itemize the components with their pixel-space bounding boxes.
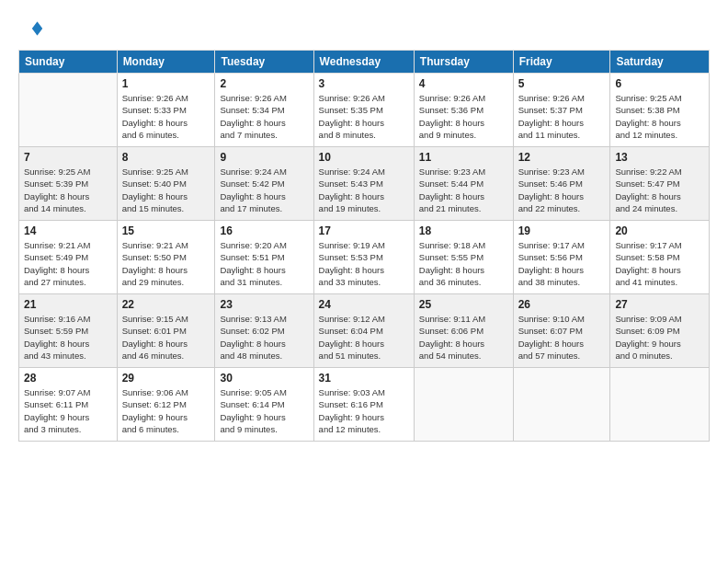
calendar-cell: 10Sunrise: 9:24 AMSunset: 5:43 PMDayligh… [313, 147, 414, 221]
header [18, 17, 710, 42]
calendar-cell: 22Sunrise: 9:15 AMSunset: 6:01 PMDayligh… [117, 294, 215, 368]
calendar-cell: 26Sunrise: 9:10 AMSunset: 6:07 PMDayligh… [513, 294, 610, 368]
calendar-cell: 4Sunrise: 9:26 AMSunset: 5:36 PMDaylight… [414, 74, 513, 147]
col-wednesday: Wednesday [313, 51, 414, 74]
day-info: Sunrise: 9:20 AMSunset: 5:51 PMDaylight:… [220, 239, 308, 288]
calendar-cell [610, 368, 710, 442]
day-info: Sunrise: 9:21 AMSunset: 5:50 PMDaylight:… [122, 239, 210, 288]
day-info: Sunrise: 9:17 AMSunset: 5:56 PMDaylight:… [518, 239, 606, 288]
calendar-cell: 8Sunrise: 9:25 AMSunset: 5:40 PMDaylight… [117, 147, 215, 221]
day-info: Sunrise: 9:07 AMSunset: 6:11 PMDaylight:… [24, 386, 112, 435]
logo [18, 17, 48, 42]
calendar-cell: 29Sunrise: 9:06 AMSunset: 6:12 PMDayligh… [117, 368, 215, 442]
day-number: 9 [220, 151, 308, 164]
calendar-week-row: 7Sunrise: 9:25 AMSunset: 5:39 PMDaylight… [19, 147, 710, 221]
day-number: 7 [24, 151, 112, 164]
day-number: 16 [220, 224, 308, 237]
calendar-week-row: 1Sunrise: 9:26 AMSunset: 5:33 PMDaylight… [19, 74, 710, 147]
calendar-cell: 7Sunrise: 9:25 AMSunset: 5:39 PMDaylight… [19, 147, 118, 221]
calendar-cell: 13Sunrise: 9:22 AMSunset: 5:47 PMDayligh… [610, 147, 710, 221]
day-info: Sunrise: 9:16 AMSunset: 5:59 PMDaylight:… [24, 313, 112, 362]
day-info: Sunrise: 9:22 AMSunset: 5:47 PMDaylight:… [615, 166, 704, 214]
calendar-cell: 1Sunrise: 9:26 AMSunset: 5:33 PMDaylight… [117, 74, 215, 147]
day-info: Sunrise: 9:24 AMSunset: 5:43 PMDaylight:… [319, 166, 409, 214]
col-thursday: Thursday [414, 51, 513, 74]
day-info: Sunrise: 9:21 AMSunset: 5:49 PMDaylight:… [24, 239, 112, 288]
calendar-cell: 31Sunrise: 9:03 AMSunset: 6:16 PMDayligh… [313, 368, 414, 442]
day-number: 11 [419, 151, 508, 164]
calendar-cell: 17Sunrise: 9:19 AMSunset: 5:53 PMDayligh… [313, 221, 414, 294]
calendar-cell: 14Sunrise: 9:21 AMSunset: 5:49 PMDayligh… [19, 221, 118, 294]
calendar-cell: 24Sunrise: 9:12 AMSunset: 6:04 PMDayligh… [313, 294, 414, 368]
day-number: 22 [122, 298, 210, 311]
calendar-cell: 21Sunrise: 9:16 AMSunset: 5:59 PMDayligh… [19, 294, 118, 368]
day-number: 20 [615, 224, 704, 237]
day-number: 19 [518, 224, 606, 237]
calendar-cell: 6Sunrise: 9:25 AMSunset: 5:38 PMDaylight… [610, 74, 710, 147]
calendar-cell: 11Sunrise: 9:23 AMSunset: 5:44 PMDayligh… [414, 147, 513, 221]
day-info: Sunrise: 9:25 AMSunset: 5:39 PMDaylight:… [24, 166, 112, 214]
logo-icon [18, 17, 44, 42]
calendar-cell: 16Sunrise: 9:20 AMSunset: 5:51 PMDayligh… [215, 221, 313, 294]
calendar-cell [414, 368, 513, 442]
day-info: Sunrise: 9:03 AMSunset: 6:16 PMDaylight:… [319, 386, 409, 435]
day-number: 3 [319, 77, 409, 90]
day-info: Sunrise: 9:26 AMSunset: 5:36 PMDaylight:… [419, 92, 508, 141]
calendar-week-row: 14Sunrise: 9:21 AMSunset: 5:49 PMDayligh… [19, 221, 710, 294]
day-info: Sunrise: 9:26 AMSunset: 5:35 PMDaylight:… [319, 92, 409, 141]
day-number: 10 [319, 151, 409, 164]
calendar-cell: 27Sunrise: 9:09 AMSunset: 6:09 PMDayligh… [610, 294, 710, 368]
col-sunday: Sunday [19, 51, 118, 74]
day-number: 12 [518, 151, 606, 164]
calendar-cell: 9Sunrise: 9:24 AMSunset: 5:42 PMDaylight… [215, 147, 313, 221]
calendar-week-row: 28Sunrise: 9:07 AMSunset: 6:11 PMDayligh… [19, 368, 710, 442]
col-tuesday: Tuesday [215, 51, 313, 74]
calendar-header-row: Sunday Monday Tuesday Wednesday Thursday… [19, 51, 710, 74]
calendar-cell: 30Sunrise: 9:05 AMSunset: 6:14 PMDayligh… [215, 368, 313, 442]
calendar-cell: 19Sunrise: 9:17 AMSunset: 5:56 PMDayligh… [513, 221, 610, 294]
day-info: Sunrise: 9:05 AMSunset: 6:14 PMDaylight:… [220, 386, 308, 435]
day-info: Sunrise: 9:09 AMSunset: 6:09 PMDaylight:… [615, 313, 704, 362]
day-number: 17 [319, 224, 409, 237]
day-number: 27 [615, 298, 704, 311]
page: Sunday Monday Tuesday Wednesday Thursday… [0, 0, 728, 563]
day-number: 23 [220, 298, 308, 311]
calendar-cell: 15Sunrise: 9:21 AMSunset: 5:50 PMDayligh… [117, 221, 215, 294]
day-info: Sunrise: 9:10 AMSunset: 6:07 PMDaylight:… [518, 313, 606, 362]
day-info: Sunrise: 9:11 AMSunset: 6:06 PMDaylight:… [419, 313, 508, 362]
day-number: 21 [24, 298, 112, 311]
day-info: Sunrise: 9:15 AMSunset: 6:01 PMDaylight:… [122, 313, 210, 362]
col-friday: Friday [513, 51, 610, 74]
day-number: 5 [518, 77, 606, 90]
day-number: 4 [419, 77, 508, 90]
day-number: 2 [220, 77, 308, 90]
day-number: 8 [122, 151, 210, 164]
calendar-cell [19, 74, 118, 147]
day-info: Sunrise: 9:23 AMSunset: 5:46 PMDaylight:… [518, 166, 606, 214]
day-info: Sunrise: 9:06 AMSunset: 6:12 PMDaylight:… [122, 386, 210, 435]
day-number: 24 [319, 298, 409, 311]
calendar-cell: 5Sunrise: 9:26 AMSunset: 5:37 PMDaylight… [513, 74, 610, 147]
day-number: 18 [419, 224, 508, 237]
day-info: Sunrise: 9:26 AMSunset: 5:34 PMDaylight:… [220, 92, 308, 141]
day-number: 6 [615, 77, 704, 90]
day-info: Sunrise: 9:13 AMSunset: 6:02 PMDaylight:… [220, 313, 308, 362]
calendar-cell [513, 368, 610, 442]
day-info: Sunrise: 9:26 AMSunset: 5:33 PMDaylight:… [122, 92, 210, 141]
calendar-cell: 20Sunrise: 9:17 AMSunset: 5:58 PMDayligh… [610, 221, 710, 294]
calendar-cell: 12Sunrise: 9:23 AMSunset: 5:46 PMDayligh… [513, 147, 610, 221]
day-info: Sunrise: 9:25 AMSunset: 5:40 PMDaylight:… [122, 166, 210, 214]
day-number: 29 [122, 372, 210, 385]
svg-marker-1 [32, 22, 42, 36]
day-info: Sunrise: 9:18 AMSunset: 5:55 PMDaylight:… [419, 239, 508, 288]
day-number: 26 [518, 298, 606, 311]
day-number: 13 [615, 151, 704, 164]
calendar-cell: 18Sunrise: 9:18 AMSunset: 5:55 PMDayligh… [414, 221, 513, 294]
day-number: 30 [220, 372, 308, 385]
day-number: 28 [24, 372, 112, 385]
day-info: Sunrise: 9:17 AMSunset: 5:58 PMDaylight:… [615, 239, 704, 288]
col-monday: Monday [117, 51, 215, 74]
calendar-cell: 23Sunrise: 9:13 AMSunset: 6:02 PMDayligh… [215, 294, 313, 368]
day-number: 1 [122, 77, 210, 90]
col-saturday: Saturday [610, 51, 710, 74]
